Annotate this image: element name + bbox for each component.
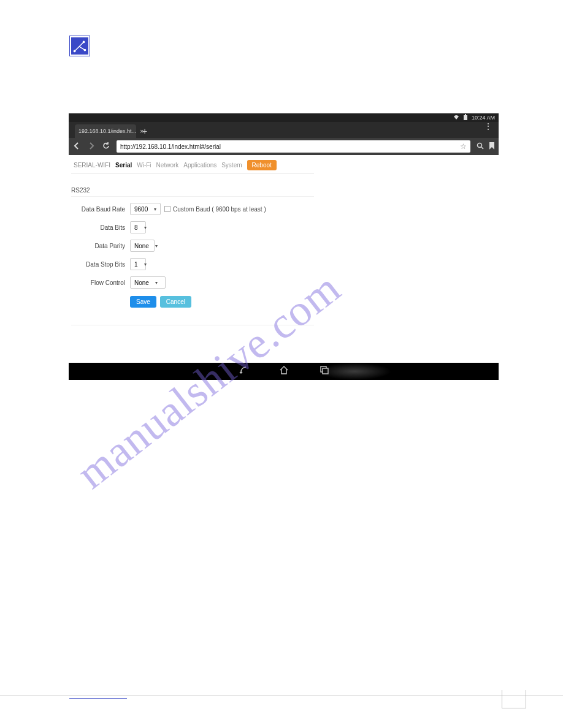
forward-icon[interactable] <box>87 142 96 152</box>
browser-tab[interactable]: 192.168.10.1/index.ht... × <box>75 124 136 138</box>
svg-point-5 <box>478 143 482 147</box>
label-baud-rate: Data Baud Rate <box>71 206 130 213</box>
checkbox-custom-baud[interactable] <box>164 206 170 212</box>
nav-home-icon[interactable] <box>279 365 289 377</box>
battery-icon <box>463 114 468 121</box>
cancel-button[interactable]: Cancel <box>160 296 191 308</box>
tablet-screenshot: 10:24 AM 192.168.10.1/index.ht... × + ⋮ … <box>69 113 499 380</box>
label-data-parity: Data Parity <box>71 243 130 249</box>
wifi-icon <box>453 114 459 121</box>
chevron-down-icon: ▾ <box>144 225 147 230</box>
row-data-parity: Data Parity None▾ <box>71 240 314 252</box>
select-stop-bits[interactable]: 1▾ <box>130 258 146 270</box>
select-baud-rate[interactable]: 9600▾ <box>130 203 161 215</box>
label-stop-bits: Data Stop Bits <box>71 261 130 268</box>
nav-back-icon[interactable] <box>239 365 248 377</box>
app-brand: SERIAL-WIFI <box>74 162 110 169</box>
back-icon[interactable] <box>72 142 81 152</box>
row-baud-rate: Data Baud Rate 9600▾ Custom Baud ( 9600 … <box>71 203 314 215</box>
save-button[interactable]: Save <box>130 296 156 308</box>
browser-tab-strip: 192.168.10.1/index.ht... × + ⋮ <box>69 122 499 138</box>
footer-accent-line <box>69 698 127 699</box>
bookmark-icon[interactable] <box>489 142 495 151</box>
tab-network[interactable]: Network <box>156 162 179 169</box>
chevron-down-icon: ▾ <box>154 207 156 212</box>
tab-system[interactable]: System <box>221 162 242 169</box>
label-data-bits: Data Bits <box>71 224 130 231</box>
doc-logo <box>69 36 90 56</box>
label-custom-baud: Custom Baud ( 9600 bps at least ) <box>173 206 266 213</box>
chevron-down-icon: ▾ <box>144 262 147 267</box>
section-title: RS232 <box>71 187 499 194</box>
row-flow-control: Flow Control None▾ <box>71 276 314 289</box>
web-page-content: SERIAL-WIFI Serial Wi-Fi Network Applica… <box>69 155 499 325</box>
reboot-button[interactable]: Reboot <box>247 160 277 170</box>
divider <box>71 325 314 325</box>
tab-applications[interactable]: Applications <box>183 162 216 169</box>
kebab-menu-icon[interactable]: ⋮ <box>484 125 492 127</box>
serial-form: Data Baud Rate 9600▾ Custom Baud ( 9600 … <box>71 196 314 308</box>
svg-rect-4 <box>465 114 466 115</box>
svg-line-6 <box>481 147 483 149</box>
svg-rect-3 <box>464 115 467 120</box>
label-flow-control: Flow Control <box>71 279 130 286</box>
tab-title: 192.168.10.1/index.ht... <box>79 128 136 134</box>
browser-toolbar: http://192.168.10.1/index.html#/serial ☆ <box>69 138 499 155</box>
row-data-bits: Data Bits 8▾ <box>71 221 314 233</box>
tab-wifi[interactable]: Wi-Fi <box>137 162 151 169</box>
select-flow-control[interactable]: None▾ <box>130 276 166 289</box>
new-tab-icon[interactable]: + <box>142 126 147 136</box>
clock-text: 10:24 AM <box>472 115 495 121</box>
url-input[interactable]: http://192.168.10.1/index.html#/serial ☆ <box>117 140 470 153</box>
chevron-down-icon: ▾ <box>155 280 158 286</box>
star-icon[interactable]: ☆ <box>460 142 467 151</box>
tab-serial[interactable]: Serial <box>115 162 132 169</box>
app-nav-tabs: SERIAL-WIFI Serial Wi-Fi Network Applica… <box>71 160 314 170</box>
android-nav-bar <box>69 363 499 380</box>
url-text: http://192.168.10.1/index.html#/serial <box>120 143 221 150</box>
select-data-parity[interactable]: None▾ <box>130 240 155 252</box>
row-stop-bits: Data Stop Bits 1▾ <box>71 258 314 270</box>
page-number-box <box>502 690 526 708</box>
android-status-bar: 10:24 AM <box>69 113 499 122</box>
chevron-down-icon: ▾ <box>155 243 158 249</box>
logo-art <box>71 37 88 55</box>
footer-divider <box>0 696 563 696</box>
document-page: 10:24 AM 192.168.10.1/index.ht... × + ⋮ … <box>0 0 563 728</box>
reload-icon[interactable] <box>102 142 110 152</box>
select-data-bits[interactable]: 8▾ <box>130 221 146 233</box>
search-icon[interactable] <box>477 142 484 151</box>
